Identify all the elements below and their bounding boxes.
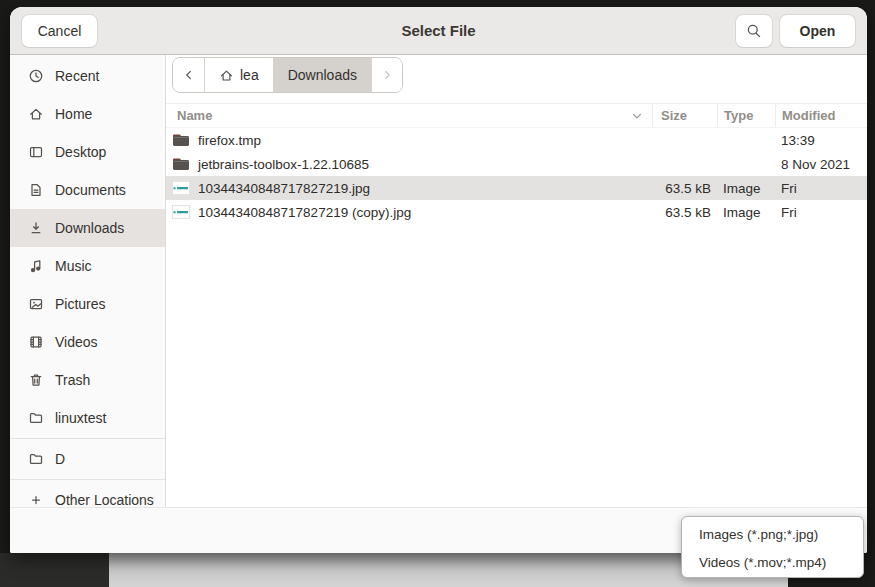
filter-option-images[interactable]: Images (*.png;*.jpg) bbox=[682, 520, 863, 548]
sidebar-item-downloads[interactable]: Downloads bbox=[10, 209, 165, 247]
folder-icon bbox=[28, 410, 44, 426]
sidebar-item-documents[interactable]: Documents bbox=[10, 171, 165, 209]
sidebar-item-music[interactable]: Music bbox=[10, 247, 165, 285]
places-sidebar: Recent Home Desktop Documents Downloads … bbox=[10, 55, 166, 507]
image-thumbnail-icon bbox=[172, 181, 190, 195]
file-row-firefox-tmp[interactable]: firefox.tmp 13:39 bbox=[166, 128, 867, 152]
folder-icon bbox=[28, 451, 44, 467]
sidebar-item-recent[interactable]: Recent bbox=[10, 57, 165, 95]
folder-icon bbox=[172, 133, 190, 147]
list-column-headers: Name Size Type Modified bbox=[166, 103, 867, 128]
file-row-jpg-selected[interactable]: 10344340848717827219.jpg 63.5 kB Image F… bbox=[166, 176, 867, 200]
file-row-jetbrains-toolbox[interactable]: jetbrains-toolbox-1.22.10685 8 Nov 2021 bbox=[166, 152, 867, 176]
column-header-size[interactable]: Size bbox=[652, 104, 717, 127]
breadcrumb-home[interactable]: lea bbox=[204, 58, 273, 92]
home-icon bbox=[28, 106, 44, 122]
column-header-modified[interactable]: Modified bbox=[775, 104, 867, 127]
search-button[interactable] bbox=[736, 15, 772, 47]
column-header-type[interactable]: Type bbox=[717, 104, 775, 127]
other-locations-icon bbox=[28, 492, 44, 507]
file-row-jpg-copy[interactable]: 10344340848717827219 (copy).jpg 63.5 kB … bbox=[166, 200, 867, 224]
music-note-icon bbox=[28, 258, 44, 274]
file-filter-dropdown: Images (*.png;*.jpg) Videos (*.mov;*.mp4… bbox=[681, 516, 864, 578]
search-icon bbox=[746, 23, 762, 39]
sidebar-separator bbox=[10, 438, 165, 439]
sidebar-item-pictures[interactable]: Pictures bbox=[10, 285, 165, 323]
file-list: firefox.tmp 13:39 jetbrains-toolbox-1.22… bbox=[166, 128, 867, 507]
trash-icon bbox=[28, 372, 44, 388]
file-pane: lea Downloads Name Size Type Modi bbox=[166, 55, 867, 507]
clock-icon bbox=[28, 68, 44, 84]
back-button[interactable] bbox=[173, 58, 204, 92]
film-icon bbox=[28, 334, 44, 350]
download-icon bbox=[28, 220, 44, 236]
dialog-headerbar: Select File Cancel Open bbox=[10, 7, 867, 55]
desktop-icon bbox=[28, 144, 44, 160]
cancel-button[interactable]: Cancel bbox=[22, 15, 97, 47]
forward-button[interactable] bbox=[371, 58, 402, 92]
sidebar-item-other-locations[interactable]: Other Locations bbox=[10, 481, 165, 507]
breadcrumb-downloads[interactable]: Downloads bbox=[273, 58, 371, 92]
sidebar-item-d[interactable]: D bbox=[10, 440, 165, 478]
sidebar-item-desktop[interactable]: Desktop bbox=[10, 133, 165, 171]
filter-option-videos[interactable]: Videos (*.mov;*.mp4) bbox=[682, 548, 863, 576]
image-thumbnail-icon bbox=[172, 205, 190, 219]
document-icon bbox=[28, 182, 44, 198]
sort-chevron-down-icon bbox=[631, 110, 643, 122]
path-bar: lea Downloads bbox=[172, 57, 403, 93]
open-button[interactable]: Open bbox=[780, 15, 855, 47]
sidebar-item-trash[interactable]: Trash bbox=[10, 361, 165, 399]
file-chooser-dialog: Select File Cancel Open Recent Home Desk… bbox=[10, 7, 867, 553]
background-dark-window bbox=[0, 553, 109, 587]
folder-icon bbox=[172, 157, 190, 171]
column-header-name[interactable]: Name bbox=[166, 104, 652, 127]
picture-icon bbox=[28, 296, 44, 312]
sidebar-separator bbox=[10, 479, 165, 480]
sidebar-item-videos[interactable]: Videos bbox=[10, 323, 165, 361]
home-icon bbox=[219, 68, 234, 83]
sidebar-item-home[interactable]: Home bbox=[10, 95, 165, 133]
sidebar-item-linuxtest[interactable]: linuxtest bbox=[10, 399, 165, 437]
